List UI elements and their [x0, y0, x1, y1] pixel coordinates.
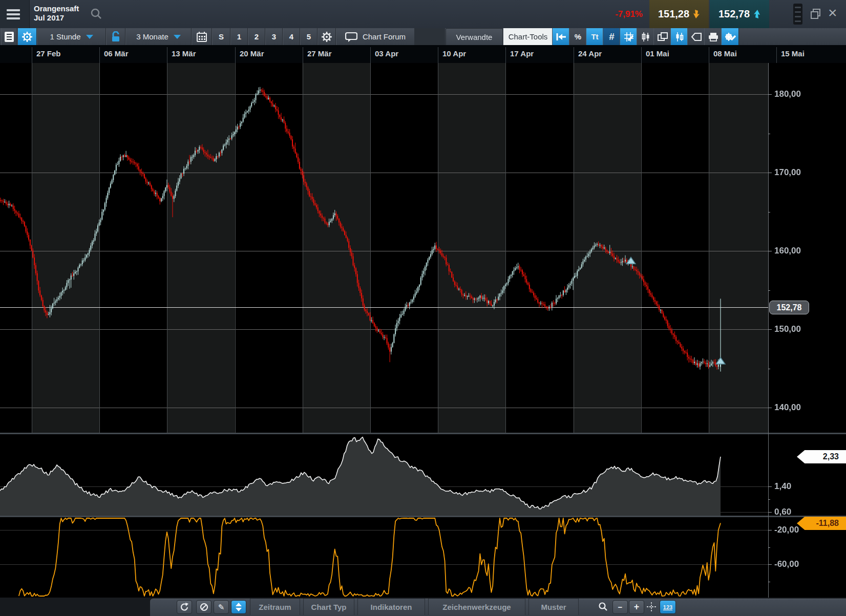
date-label-2: 06 Mär: [104, 49, 129, 58]
wpr-axis-label: -60,00: [774, 559, 799, 569]
menu-button-zeichenwerkzeuge[interactable]: Zeichenwerkzeuge: [428, 599, 525, 615]
callout-tool-button[interactable]: [687, 28, 705, 45]
chevron-down-icon: [174, 35, 181, 39]
lock-icon: [111, 31, 121, 43]
step-button-s[interactable]: S: [212, 28, 230, 45]
show-values-button[interactable]: 123: [660, 600, 676, 614]
candlestick-tool-button[interactable]: [637, 28, 654, 45]
windows-tool-icon: [658, 32, 668, 41]
grid-tool-button[interactable]: #: [603, 28, 621, 45]
grid-style-tool-icon: [624, 32, 634, 42]
chart-settings-button[interactable]: [17, 28, 37, 45]
zoom-button[interactable]: [596, 600, 610, 613]
date-divider: [709, 47, 709, 63]
panel-toggle-button[interactable]: [231, 600, 246, 614]
compare-tool-button[interactable]: [670, 28, 688, 45]
date-axis[interactable]: 27 Feb06 Mär13 Mär20 Mär27 Mär03 Apr10 A…: [0, 45, 846, 63]
percent-tool-button[interactable]: %: [569, 28, 587, 45]
range-dropdown[interactable]: 3 Monate: [125, 28, 192, 45]
compare-tool-icon: [674, 32, 685, 42]
price-axis-label: 170,00: [774, 167, 801, 178]
buy-price-button[interactable]: 152,78: [710, 0, 769, 28]
zoom-in-button[interactable]: +: [629, 600, 644, 614]
print-tool-button[interactable]: [704, 28, 722, 45]
price-axis-label: 140,00: [774, 402, 801, 413]
minus-icon: −: [618, 603, 623, 611]
sell-price-button[interactable]: 151,28: [649, 0, 709, 28]
chart-toolbar: 1 Stunde 3 Monate Chart Forum Verwandte …: [0, 28, 846, 46]
tool-settings-icon: [725, 32, 736, 42]
chevron-down-icon: [86, 35, 93, 39]
date-label-11: 08 Mai: [713, 49, 737, 58]
atr-axis-label: 0,60: [774, 507, 791, 517]
order-ticket-button[interactable]: [1, 28, 17, 45]
date-label-12: 15 Mai: [781, 49, 805, 58]
atr-value-badge: 2,33: [797, 450, 846, 463]
step-button-1[interactable]: 1: [230, 28, 248, 45]
menu-button-chart-typ[interactable]: Chart Typ: [303, 599, 354, 615]
step-button-4[interactable]: 4: [283, 28, 300, 45]
chart-forum-label: Chart Forum: [363, 32, 406, 41]
step-button-5[interactable]: 5: [300, 28, 318, 45]
zoom-out-button[interactable]: −: [612, 600, 628, 614]
chart-forum-button[interactable]: Chart Forum: [336, 28, 415, 45]
hamburger-menu-icon[interactable]: [7, 7, 20, 22]
date-divider: [235, 47, 236, 63]
date-divider: [438, 47, 438, 63]
date-label-5: 27 Mär: [307, 49, 332, 58]
grid-style-tool-button[interactable]: [620, 28, 638, 45]
ban-icon: [200, 603, 208, 611]
date-label-3: 13 Mär: [172, 49, 196, 58]
date-divider: [505, 47, 506, 63]
search-icon[interactable]: [90, 8, 102, 20]
menu-button-zeitraum[interactable]: Zeitraum: [250, 599, 300, 615]
related-instruments-button[interactable]: Verwandte: [446, 28, 503, 46]
back-arrow-icon-button[interactable]: [552, 28, 570, 45]
crosshair-button[interactable]: [644, 600, 659, 613]
current-price-value: 152,78: [777, 303, 802, 312]
panel-drag-grip[interactable]: [793, 4, 802, 25]
forum-settings-button[interactable]: [318, 28, 336, 45]
draw-button[interactable]: ✎: [214, 600, 229, 614]
tool-settings-button[interactable]: [721, 28, 739, 45]
step-button-2[interactable]: 2: [248, 28, 265, 45]
menu-button-indikatoren[interactable]: Indikatoren: [357, 599, 425, 615]
williams-r-value: -11,88: [816, 519, 839, 528]
crosshair-icon: [647, 602, 656, 611]
buy-price-value: 152,78: [718, 8, 750, 20]
values-123-icon: 123: [663, 604, 672, 610]
menu-button-muster[interactable]: Muster: [528, 599, 579, 615]
date-label-10: 01 Mai: [646, 49, 669, 58]
date-range-button[interactable]: [192, 28, 212, 45]
magnifier-icon: [599, 602, 608, 611]
gear-icon: [321, 31, 332, 43]
date-divider: [574, 47, 574, 63]
pencil-icon: ✎: [218, 603, 225, 612]
restore-window-icon[interactable]: [809, 7, 822, 20]
interval-dropdown[interactable]: 1 Stunde: [37, 28, 106, 45]
refresh-button[interactable]: [177, 600, 192, 614]
list-icon: [4, 31, 14, 43]
bottom-toolbar: ✎ − + 123 ZeitraumChart TypIndikatorenZe…: [0, 598, 846, 616]
date-label-7: 10 Apr: [442, 49, 466, 58]
clear-drawings-button[interactable]: [196, 600, 212, 614]
chart-canvas[interactable]: [0, 0, 846, 616]
sell-price-value: 151,28: [658, 8, 689, 20]
lock-scale-button[interactable]: [106, 28, 125, 45]
date-label-8: 17 Apr: [510, 49, 534, 58]
step-button-3[interactable]: 3: [265, 28, 283, 45]
instrument-subtitle: Jul 2017: [34, 13, 79, 23]
text-tool-button[interactable]: Tt: [586, 28, 604, 45]
chart-tools-tab[interactable]: Chart-Tools: [503, 28, 553, 45]
windows-tool-button[interactable]: [653, 28, 671, 45]
print-tool-icon: [708, 32, 718, 41]
menu-block: [0, 0, 30, 28]
up-down-arrows-icon: [236, 603, 242, 611]
williams-r-value-badge: -11,88: [797, 517, 846, 530]
price-axis-label: 150,00: [774, 324, 801, 334]
toolbar-gap: [414, 28, 445, 45]
chart-tools-label: Chart-Tools: [509, 32, 548, 41]
price-axis-label: 160,00: [774, 246, 801, 256]
close-icon[interactable]: ×: [828, 4, 837, 22]
calendar-icon: [196, 31, 207, 43]
